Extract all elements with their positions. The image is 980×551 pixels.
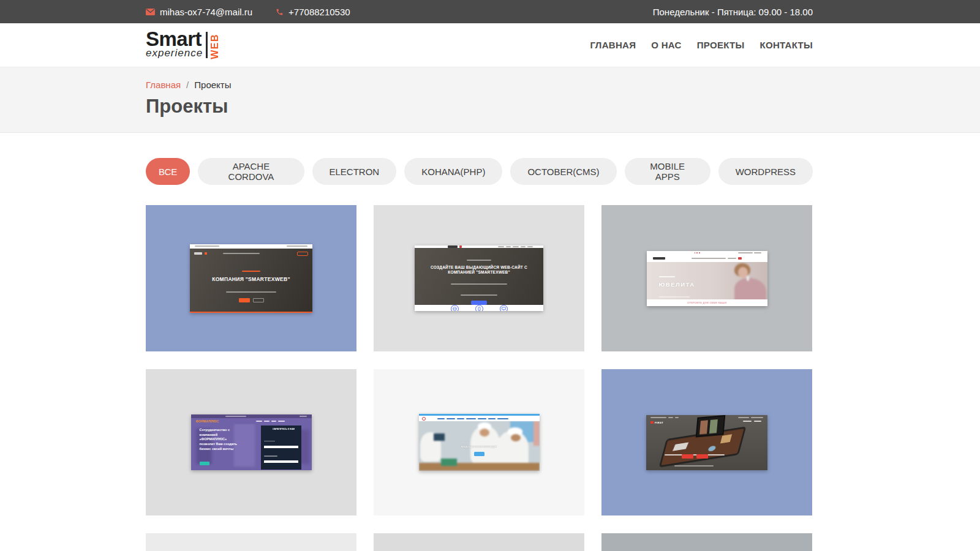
logo-experience: experience — [146, 48, 203, 59]
mobile-icon — [475, 305, 483, 311]
project-thumbnail: ЮВЕЛИТА ОТКРОЙТЕ ДЛЯ СЕБЯ НАШИ — [647, 251, 767, 306]
breadcrumb-current: Проекты — [194, 80, 231, 90]
page-heading-band: Главная / Проекты Проекты — [0, 67, 980, 133]
form-title: ОБРАТИТЕСЬ К НАМ — [273, 428, 290, 430]
logo-web: WEB — [209, 31, 221, 59]
nav-item-about[interactable]: О НАС — [651, 40, 681, 50]
logo[interactable]: Smart experience WEB — [146, 31, 221, 59]
nav-item-home[interactable]: ГЛАВНАЯ — [590, 40, 636, 50]
filter-electron[interactable]: ELECTRON — [312, 158, 397, 185]
nav-item-projects[interactable]: ПРОЕКТЫ — [697, 40, 745, 50]
working-hours: Понедельник - Пятница: 09.00 - 18.00 — [653, 7, 813, 17]
phone-icon — [276, 8, 284, 16]
screen-photo — [696, 415, 726, 437]
project-card-first[interactable]: FIRST — [601, 369, 812, 515]
model-photo — [709, 262, 767, 299]
project-card-partial-7[interactable] — [146, 533, 356, 551]
project-card-smartexweb-dark[interactable]: КОМПАНИЯ "SMARTEXWEB" — [146, 205, 356, 351]
project-card-partial-9[interactable] — [601, 533, 812, 551]
logo-smart: Smart — [146, 31, 203, 48]
formaplus-logo: ФОРМАПЛЮС — [196, 419, 219, 423]
project-thumbnail: FIRST — [646, 415, 767, 470]
thumb-caption: ОТКРОЙТЕ ДЛЯ СЕБЯ НАШИ — [687, 301, 726, 304]
project-card-smartexweb-light[interactable]: СОЗДАЙТЕ ВАШ ВЫДАЮЩИЙСЯ WEB-САЙТ С КОМПА… — [374, 205, 584, 351]
filter-mobile-apps[interactable]: MOBILE APPS — [625, 158, 710, 185]
filter-kohana-php[interactable]: KOHANA(PHP) — [404, 158, 502, 185]
breadcrumb-separator: / — [186, 80, 189, 90]
project-thumbnail: КОМПАНИЯ "SMARTEXWEB" — [190, 244, 312, 313]
logo-text: Smart experience — [146, 31, 203, 59]
projects-grid: КОМПАНИЯ "SMARTEXWEB" — [146, 205, 813, 551]
project-filters: ВСЕ APACHE CORDOVA ELECTRON KOHANA(PHP) … — [146, 158, 813, 185]
filter-october-cms[interactable]: OCTOBER(CMS) — [510, 158, 616, 185]
college-logo — [422, 417, 426, 421]
thumb-headline: Сотрудничество с компанией «ФОРМАПЛЮС» п… — [200, 428, 239, 451]
topbar-phone: +77088210530 — [288, 7, 350, 17]
thumb-headline: ЮВЕЛИТА — [659, 281, 695, 288]
project-card-medical-college[interactable]: МЕДИЦИНСКИЙ КОЛЛЕДЖ — [374, 369, 584, 515]
topbar-email-link[interactable]: mihas-ox7-74@mail.ru — [146, 7, 252, 17]
thumb-headline: МЕДИЦИНСКИЙ КОЛЛЕДЖ — [461, 445, 497, 448]
email-icon — [146, 9, 155, 15]
project-thumbnail: СОЗДАЙТЕ ВАШ ВЫДАЮЩИЙСЯ WEB-САЙТ С КОМПА… — [415, 246, 543, 311]
project-thumbnail: ФОРМАПЛЮС Сотрудничество с компанией «ФО… — [191, 414, 312, 470]
breadcrumb: Главная / Проекты — [146, 80, 813, 90]
breadcrumb-home[interactable]: Главная — [146, 80, 181, 90]
topbar-email: mihas-ox7-74@mail.ru — [160, 7, 252, 17]
thumb-headline: КОМПАНИЯ "SMARTEXWEB" — [190, 276, 312, 282]
thumb-headline: СОЗДАЙТЕ ВАШ ВЫДАЮЩИЙСЯ WEB-САЙТ С КОМПА… — [430, 265, 528, 275]
main-nav: ГЛАВНАЯ О НАС ПРОЕКТЫ КОНТАКТЫ — [590, 40, 813, 50]
filter-all[interactable]: ВСЕ — [146, 158, 190, 185]
logo-divider — [206, 32, 208, 58]
project-card-partial-8[interactable] — [374, 533, 584, 551]
project-card-juvelita[interactable]: ЮВЕЛИТА ОТКРОЙТЕ ДЛЯ СЕБЯ НАШИ — [601, 205, 812, 351]
topbar-phone-link[interactable]: +77088210530 — [276, 7, 350, 17]
project-thumbnail: МЕДИЦИНСКИЙ КОЛЛЕДЖ — [419, 414, 540, 471]
page-title: Проекты — [146, 96, 813, 118]
site-header: Smart experience WEB ГЛАВНАЯ О НАС ПРОЕК… — [0, 23, 980, 67]
filter-wordpress[interactable]: WORDPRESS — [718, 158, 813, 185]
first-logo: FIRST — [650, 420, 670, 425]
nav-item-contacts[interactable]: КОНТАКТЫ — [760, 40, 813, 50]
contact-form-preview: ОБРАТИТЕСЬ К НАМ — [261, 425, 301, 470]
topbar: mihas-ox7-74@mail.ru +77088210530 Понеде… — [0, 0, 980, 23]
filter-apache-cordova[interactable]: APACHE CORDOVA — [198, 158, 304, 185]
globe-icon — [451, 305, 459, 311]
monitor-icon — [500, 305, 508, 311]
project-card-formaplus[interactable]: ФОРМАПЛЮС Сотрудничество с компанией «ФО… — [146, 369, 356, 515]
